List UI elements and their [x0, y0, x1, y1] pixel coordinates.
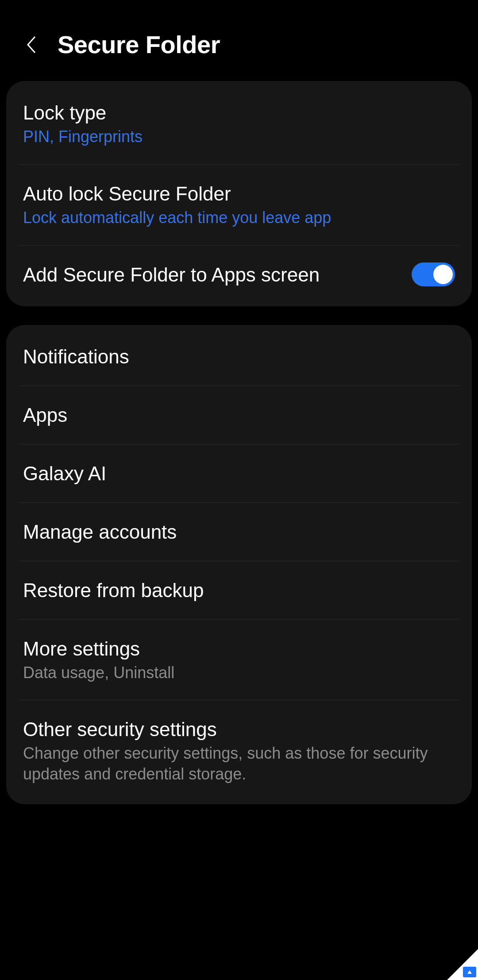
settings-group-lock: Lock type PIN, Fingerprints Auto lock Se… — [6, 81, 472, 306]
more-settings-item[interactable]: More settings Data usage, Uninstall — [6, 620, 472, 700]
manage-accounts-item[interactable]: Manage accounts — [6, 503, 472, 561]
lock-type-item[interactable]: Lock type PIN, Fingerprints — [6, 81, 472, 164]
other-security-title: Other security settings — [23, 717, 455, 741]
galaxy-ai-title: Galaxy AI — [23, 461, 455, 486]
page-title: Secure Folder — [58, 30, 220, 59]
add-to-apps-toggle[interactable] — [412, 262, 455, 286]
add-to-apps-title: Add Secure Folder to Apps screen — [23, 262, 403, 287]
back-button[interactable] — [22, 36, 40, 54]
galaxy-ai-item[interactable]: Galaxy AI — [6, 444, 472, 502]
toggle-knob — [433, 265, 453, 284]
auto-lock-subtitle: Lock automatically each time you leave a… — [23, 208, 455, 228]
notifications-title: Notifications — [23, 344, 455, 369]
more-settings-title: More settings — [23, 637, 455, 661]
more-settings-subtitle: Data usage, Uninstall — [23, 663, 455, 683]
restore-backup-title: Restore from backup — [23, 578, 455, 602]
other-security-subtitle: Change other security settings, such as … — [23, 743, 455, 785]
auto-lock-title: Auto lock Secure Folder — [23, 181, 455, 206]
manage-accounts-title: Manage accounts — [23, 520, 455, 544]
restore-backup-item[interactable]: Restore from backup — [6, 561, 472, 619]
apps-title: Apps — [23, 403, 455, 427]
auto-lock-item[interactable]: Auto lock Secure Folder Lock automatical… — [6, 165, 472, 245]
secure-folder-icon[interactable] — [463, 967, 476, 977]
notifications-item[interactable]: Notifications — [6, 325, 472, 386]
add-to-apps-item[interactable]: Add Secure Folder to Apps screen — [6, 246, 472, 306]
settings-group-general: Notifications Apps Galaxy AI Manage acco… — [6, 325, 472, 804]
lock-type-subtitle: PIN, Fingerprints — [23, 127, 455, 147]
header: Secure Folder — [0, 0, 478, 81]
chevron-left-icon — [25, 35, 37, 54]
apps-item[interactable]: Apps — [6, 386, 472, 444]
other-security-item[interactable]: Other security settings Change other sec… — [6, 700, 472, 804]
lock-type-title: Lock type — [23, 100, 455, 125]
